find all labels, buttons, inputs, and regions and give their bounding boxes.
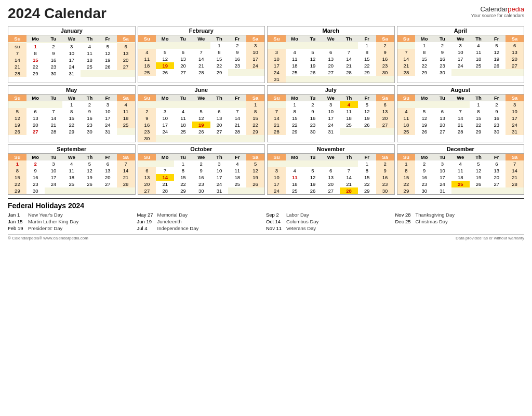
cal-day: 4 [138,49,156,56]
day-header-su: Su [268,154,286,160]
day-header-fr: Fr [358,154,376,160]
holiday-name: Columbus Day [286,219,318,224]
holiday-name: Independence Day [157,225,199,231]
cal-day: 20 [506,56,524,62]
cal-day: 10 [433,167,451,174]
cal-day: 6 [376,101,394,108]
cal-day: 28 [340,187,358,194]
cal-day: 19 [8,122,26,128]
cal-day: 6 [174,49,192,56]
holiday-row: Nov 11 Veterans Day [266,225,395,231]
month-title: October [138,145,265,154]
cal-day [268,101,286,108]
cal-day: 13 [210,115,229,122]
day-header-we: We [322,35,340,42]
holiday-row: Jan 1 New Year's Day [8,212,137,218]
holiday-name: Presidents' Day [28,225,62,231]
cal-day: 27 [117,63,135,70]
cal-day: 31 [99,128,117,135]
cal-day [322,160,340,167]
cal-day [26,101,45,108]
cal-day: 12 [8,115,26,122]
cal-day: 27 [210,128,229,135]
holiday-name: Martin Luther King Day [28,219,78,224]
cal-day: 6 [138,167,156,174]
cal-day: 2 [433,42,451,49]
cal-day: 25 [397,128,416,135]
month-july: JulySuMoTuWeThFrSa1234567891011121314151… [267,85,395,142]
cal-day [174,42,192,49]
cal-day: 14 [268,115,286,122]
holiday-date: Sep 2 [266,212,284,218]
brand-name2: pedia [508,5,524,13]
cal-day: 21 [156,181,174,187]
cal-day: 1 [358,160,376,167]
cal-day: 1 [62,101,81,108]
cal-day: 15 [246,115,264,122]
day-header-we: We [322,95,340,101]
cal-day [138,42,156,49]
cal-day: 15 [358,56,376,62]
month-title: July [268,86,394,95]
cal-day: 17 [322,115,340,122]
cal-day: 9 [304,108,322,115]
cal-day: 5 [415,108,433,115]
cal-day: 22 [415,62,433,69]
cal-day: 12 [192,115,210,122]
cal-day: 17 [62,57,81,63]
cal-day: 20 [487,174,506,181]
cal-day: 14 [45,115,63,122]
day-header-we: We [451,35,470,42]
cal-day: 29 [358,187,376,194]
cal-day: 9 [26,167,45,174]
cal-day: 26 [8,128,26,135]
cal-day: 27 [174,69,192,76]
day-header-sa: Sa [117,35,135,42]
cal-day: 3 [268,167,286,174]
cal-day: 9 [433,49,451,56]
cal-day: 29 [174,187,192,194]
day-header-sa: Sa [246,95,264,101]
cal-day: 26 [487,62,506,69]
cal-day: 12 [470,167,488,174]
cal-day: 26 [81,181,99,187]
day-header-sa: Sa [117,95,135,101]
cal-day: 11 [228,167,246,174]
cal-day: 18 [340,115,358,122]
cal-day: 28 [156,187,174,194]
cal-day: 9 [376,49,394,56]
cal-day: 5 [8,108,26,115]
cal-day [246,187,264,194]
cal-day: 14 [8,57,26,63]
day-header-su: Su [138,154,156,160]
cal-day: 26 [246,181,264,187]
cal-day: 7 [268,108,286,115]
holidays-section: Federal Holidays 2024 Jan 1 New Year's D… [8,198,524,232]
cal-day [99,70,117,77]
cal-day: 22 [358,181,376,187]
cal-day: 5 [81,160,99,167]
cal-day [470,187,488,194]
day-header-su: Su [397,154,416,160]
cal-day: 27 [376,122,394,128]
cal-day: 12 [358,108,376,115]
cal-day: 5 [304,49,322,56]
holiday-row: Sep 2 Labor Day [266,212,395,218]
day-header-th: Th [210,95,229,101]
cal-day: 21 [8,63,26,70]
holiday-row: Nov 28 Thanksgiving Day [395,212,525,218]
cal-day: 23 [487,122,506,128]
cal-day: 18 [397,122,416,128]
cal-day: 16 [26,174,45,181]
cal-day: 10 [210,167,229,174]
day-header-mo: Mo [26,95,45,101]
cal-day: 8 [358,49,376,56]
cal-day: 15 [210,56,229,62]
cal-day: 7 [451,108,470,115]
cal-day: 30 [304,128,322,135]
holiday-date: Oct 14 [266,219,284,224]
day-header-fr: Fr [358,35,376,42]
footer-right: Data provided 'as is' without warranty [456,236,524,240]
cal-day [340,128,358,135]
cal-day [117,70,135,77]
